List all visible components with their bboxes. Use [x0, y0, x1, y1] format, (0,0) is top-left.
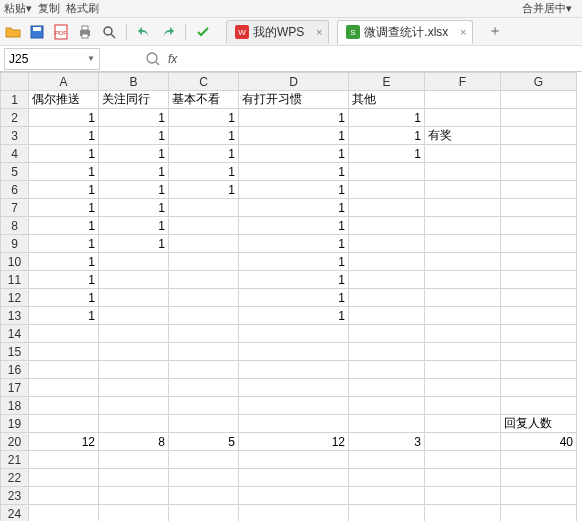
column-header-F[interactable]: F [425, 73, 501, 91]
cell-B5[interactable]: 1 [99, 163, 169, 181]
cell-D8[interactable]: 1 [239, 217, 349, 235]
cell-F2[interactable] [425, 109, 501, 127]
cell-G16[interactable] [501, 361, 577, 379]
cell-G9[interactable] [501, 235, 577, 253]
cell-D2[interactable]: 1 [239, 109, 349, 127]
column-header-A[interactable]: A [29, 73, 99, 91]
cell-D14[interactable] [239, 325, 349, 343]
cell-D9[interactable]: 1 [239, 235, 349, 253]
cell-B1[interactable]: 关注同行 [99, 91, 169, 109]
cell-G20[interactable]: 40 [501, 433, 577, 451]
print-icon[interactable] [76, 23, 94, 41]
cell-A9[interactable]: 1 [29, 235, 99, 253]
cell-F17[interactable] [425, 379, 501, 397]
cell-C14[interactable] [169, 325, 239, 343]
cell-E17[interactable] [349, 379, 425, 397]
cell-C22[interactable] [169, 469, 239, 487]
cell-E12[interactable] [349, 289, 425, 307]
row-header[interactable]: 8 [1, 217, 29, 235]
cell-B2[interactable]: 1 [99, 109, 169, 127]
cell-B14[interactable] [99, 325, 169, 343]
tab-wps-home[interactable]: W 我的WPS × [226, 20, 329, 44]
cell-E24[interactable] [349, 505, 425, 522]
cell-E10[interactable] [349, 253, 425, 271]
cell-F15[interactable] [425, 343, 501, 361]
copy-button[interactable]: 复制 [38, 1, 60, 16]
cell-A23[interactable] [29, 487, 99, 505]
cell-F8[interactable] [425, 217, 501, 235]
cell-F4[interactable] [425, 145, 501, 163]
row-header[interactable]: 11 [1, 271, 29, 289]
cell-G3[interactable] [501, 127, 577, 145]
cell-C6[interactable]: 1 [169, 181, 239, 199]
row-header[interactable]: 4 [1, 145, 29, 163]
cell-F12[interactable] [425, 289, 501, 307]
new-tab-button[interactable]: ＋ [485, 21, 505, 41]
cell-A10[interactable]: 1 [29, 253, 99, 271]
redo-icon[interactable] [159, 23, 177, 41]
name-box[interactable]: J25 ▼ [4, 48, 100, 70]
cell-B11[interactable] [99, 271, 169, 289]
cell-F20[interactable] [425, 433, 501, 451]
format-painter-button[interactable]: 格式刷 [66, 1, 99, 16]
cell-A2[interactable]: 1 [29, 109, 99, 127]
cell-E21[interactable] [349, 451, 425, 469]
cell-C18[interactable] [169, 397, 239, 415]
cell-E13[interactable] [349, 307, 425, 325]
cell-E5[interactable] [349, 163, 425, 181]
cell-G7[interactable] [501, 199, 577, 217]
cell-A3[interactable]: 1 [29, 127, 99, 145]
cell-E4[interactable]: 1 [349, 145, 425, 163]
cell-E8[interactable] [349, 217, 425, 235]
row-header[interactable]: 9 [1, 235, 29, 253]
cell-A7[interactable]: 1 [29, 199, 99, 217]
paste-button[interactable]: 粘贴▾ [4, 1, 32, 16]
cell-G2[interactable] [501, 109, 577, 127]
column-header-D[interactable]: D [239, 73, 349, 91]
save-icon[interactable] [28, 23, 46, 41]
cell-A1[interactable]: 偶尔推送 [29, 91, 99, 109]
cell-F7[interactable] [425, 199, 501, 217]
cell-A12[interactable]: 1 [29, 289, 99, 307]
column-header-G[interactable]: G [501, 73, 577, 91]
cell-G14[interactable] [501, 325, 577, 343]
cell-F1[interactable] [425, 91, 501, 109]
cell-D19[interactable] [239, 415, 349, 433]
cell-G10[interactable] [501, 253, 577, 271]
cell-F23[interactable] [425, 487, 501, 505]
column-header-B[interactable]: B [99, 73, 169, 91]
close-icon[interactable]: × [316, 26, 322, 38]
cell-G1[interactable] [501, 91, 577, 109]
cell-B13[interactable] [99, 307, 169, 325]
cell-D23[interactable] [239, 487, 349, 505]
cell-G17[interactable] [501, 379, 577, 397]
cell-G8[interactable] [501, 217, 577, 235]
cell-G19[interactable]: 回复人数 [501, 415, 577, 433]
cell-E3[interactable]: 1 [349, 127, 425, 145]
cell-A22[interactable] [29, 469, 99, 487]
cell-F9[interactable] [425, 235, 501, 253]
cell-G11[interactable] [501, 271, 577, 289]
cell-G6[interactable] [501, 181, 577, 199]
row-header[interactable]: 15 [1, 343, 29, 361]
cell-F18[interactable] [425, 397, 501, 415]
cell-C1[interactable]: 基本不看 [169, 91, 239, 109]
checkmark-icon[interactable] [194, 23, 212, 41]
row-header[interactable]: 14 [1, 325, 29, 343]
row-header[interactable]: 13 [1, 307, 29, 325]
cell-G5[interactable] [501, 163, 577, 181]
select-all-corner[interactable] [1, 73, 29, 91]
row-header[interactable]: 22 [1, 469, 29, 487]
cell-D6[interactable]: 1 [239, 181, 349, 199]
cell-F14[interactable] [425, 325, 501, 343]
row-header[interactable]: 12 [1, 289, 29, 307]
row-header[interactable]: 17 [1, 379, 29, 397]
cell-A14[interactable] [29, 325, 99, 343]
cell-C15[interactable] [169, 343, 239, 361]
tab-spreadsheet-file[interactable]: S 微调查统计.xlsx × [337, 20, 473, 44]
row-header[interactable]: 3 [1, 127, 29, 145]
cell-D20[interactable]: 12 [239, 433, 349, 451]
cell-B15[interactable] [99, 343, 169, 361]
cell-B19[interactable] [99, 415, 169, 433]
cell-D10[interactable]: 1 [239, 253, 349, 271]
